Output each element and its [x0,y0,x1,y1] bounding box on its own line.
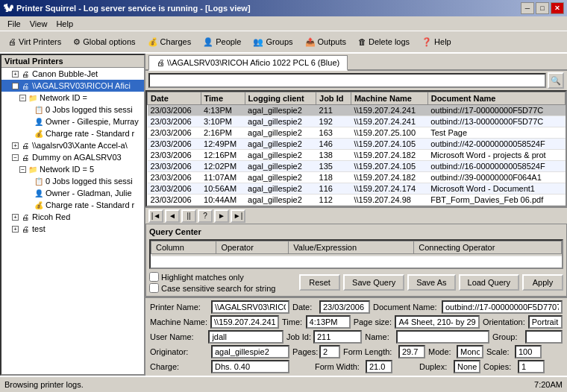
tree-item-canon[interactable]: + 🖨 Canon Bubble-Jet [1,68,144,80]
col-doc[interactable]: Document Name [427,92,565,105]
name-field[interactable] [396,330,489,344]
table-row[interactable]: 23/03/2006 2:16PM agal_gillespie2 163 \\… [148,127,566,139]
search-button[interactable]: 🔍 [548,72,564,89]
table-row[interactable]: 23/03/2006 11:07AM agal_gillespie2 118 \… [148,172,566,183]
menu-help[interactable]: Help [51,18,78,30]
copies-field[interactable] [518,360,545,373]
user-field[interactable] [208,330,284,344]
titlebar: 🐿 Printer Squirrel - Log server service … [0,0,567,16]
reset-button[interactable]: Reset [299,274,340,291]
tree-item-jobs2[interactable]: 📋 0 Jobs logged this sessi [1,175,144,187]
nav-first[interactable]: |◄ [148,209,163,223]
delete-logs-button[interactable]: 🗑 Delete logs [353,33,415,51]
tree-item-charge1[interactable]: 💰 Charge rate - Standard r [1,127,144,139]
date-label: Date: [292,303,316,312]
menu-file[interactable]: File [3,18,25,30]
charge-field[interactable] [211,360,289,373]
cell-machine: \\159.207.24.182 [351,172,427,183]
date-field[interactable] [319,300,370,314]
tree-item-jobs1[interactable]: 📋 0 Jobs logged this sessi [1,104,144,116]
qcol-operator: Operator [216,241,289,254]
table-row[interactable]: 23/03/2006 4:13PM agal_gillespie2 211 \\… [148,105,566,116]
save-query-button[interactable]: Save Query [343,274,404,291]
nav-question[interactable]: ? [198,209,213,223]
group-field[interactable] [525,330,563,344]
nav-prev[interactable]: ◄ [165,209,180,223]
highlight-checkbox[interactable] [149,272,159,282]
virt-printers-button[interactable]: 🖨 Virt Printers [3,33,66,51]
page-size-field[interactable] [395,315,480,329]
minimize-button[interactable]: ─ [521,2,534,14]
help-button[interactable]: ❓ Help [416,33,457,51]
charges-button[interactable]: 💰 Charges [142,33,197,51]
job-id-field[interactable] [313,330,362,344]
cell-doc: outbind://16-00000000058524F [427,161,565,172]
save-as-button[interactable]: Save As [407,274,455,291]
status-time: 7:20AM [534,380,563,389]
printer-name-label: Printer Name: [150,303,208,312]
apply-button[interactable]: Apply [522,274,563,291]
col-date[interactable]: Date [148,92,201,105]
time-field[interactable] [306,315,351,329]
machine-field[interactable] [210,315,279,329]
toolbar: 🖨 Virt Printers ⚙ Global options 💰 Charg… [0,31,567,54]
cell-time: 4:13PM [201,105,245,116]
table-row[interactable]: 23/03/2006 12:02PM agal_gillespie2 135 \… [148,161,566,172]
tree-item-network-id5[interactable]: − 📁 Network ID = 5 [1,163,144,175]
charge-icon: 💰 [34,200,44,210]
close-button[interactable]: ✕ [551,2,564,14]
cell-date: 23/03/2006 [148,172,201,183]
table-row[interactable]: 23/03/2006 10:56AM agal_gillespie2 116 \… [148,183,566,195]
tree-item-ricoh[interactable]: − 🖨 \\AGALSRV03\RICOH Afici [1,80,144,92]
scale-field[interactable] [515,345,542,358]
global-options-button[interactable]: ⚙ Global options [68,33,140,51]
orientation-field[interactable] [528,315,563,329]
virtual-printers-header: Virtual Printers [1,55,144,68]
casesensitive-checkbox[interactable] [149,283,159,293]
cell-client: agal_gillespie2 [245,172,316,183]
load-query-button[interactable]: Load Query [459,274,519,291]
table-row[interactable]: 23/03/2006 10:44AM agal_gillespie2 112 \… [148,195,566,206]
tree-item-test[interactable]: + 🖨 test [1,223,144,235]
printer-name-field[interactable] [211,300,289,314]
nav-next[interactable]: ► [214,209,229,223]
doc-name-field[interactable] [442,300,563,314]
people-button[interactable]: 👤 People [198,33,246,51]
maximize-button[interactable]: □ [536,2,549,14]
casesensitive-checkbox-row[interactable]: Case sensitive search for string [149,283,275,293]
menu-view[interactable]: View [25,18,52,30]
table-row[interactable]: 23/03/2006 3:10PM agal_gillespie2 192 \\… [148,116,566,127]
query-controls: Highlight matches only Case sensitive se… [149,272,563,293]
log-table-container[interactable]: Date Time Logging client Job Id Machine … [145,90,567,207]
nav-last[interactable]: ►| [231,209,245,223]
col-client[interactable]: Logging client [245,92,316,105]
table-row[interactable]: 23/03/2006 12:16PM agal_gillespie2 138 \… [148,150,566,161]
originator-field[interactable] [211,345,289,358]
tree-item-dummy[interactable]: − 🖨 Dummy on AGALSRV03 [1,151,144,163]
highlight-checkbox-row[interactable]: Highlight matches only [149,272,275,282]
tree-item-owner2[interactable]: 👤 Owner - Gladman, Julie [1,187,144,199]
tree-item-owner1[interactable]: 👤 Owner - Gillespie, Murray [1,116,144,127]
col-machine[interactable]: Machine Name [351,92,427,105]
groups-button[interactable]: 👥 Groups [248,33,298,51]
duplex-field[interactable] [454,360,480,373]
tree-item-network-id[interactable]: − 📁 Network ID = [1,92,144,104]
mode-field[interactable] [457,345,483,358]
search-input[interactable] [148,73,546,88]
col-jobid[interactable]: Job Id [316,92,351,105]
pages-field[interactable] [319,345,340,358]
cell-jobid: 163 [316,127,351,139]
orientation-label: Orientation: [483,317,525,326]
tree-item-xante[interactable]: + 🖨 \\agalsrv03\Xante Accel-a\ [1,139,144,151]
nav-pause[interactable]: || [181,209,196,223]
col-time[interactable]: Time [201,92,245,105]
table-row[interactable]: 23/03/2006 12:49PM agal_gillespie2 146 \… [148,139,566,150]
outputs-button[interactable]: 📤 Outputs [300,33,352,51]
active-tab[interactable]: 🖨 \\AGALSRV03\RICOH Aficio 1022 PCL 6 (B… [148,55,348,71]
window-controls: ─ □ ✕ [521,2,564,14]
form-length-field[interactable] [398,345,425,358]
tree-item-charge2[interactable]: 💰 Charge rate - Standard r [1,199,144,211]
time-label: Time: [282,317,303,326]
form-width-field[interactable] [366,360,392,373]
tree-item-ricoh-red[interactable]: + 🖨 Ricoh Red [1,211,144,223]
